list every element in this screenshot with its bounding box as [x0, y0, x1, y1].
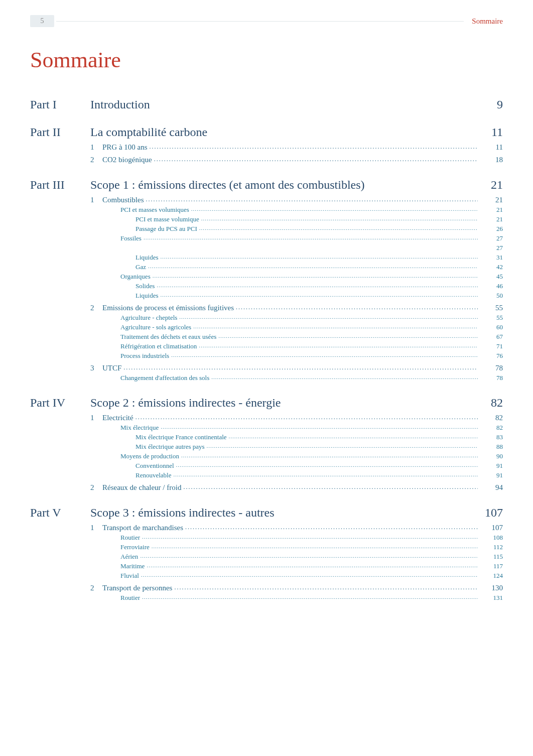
toc-part-title: La comptabilité carbone [90, 125, 478, 139]
toc-section-number: 1 [90, 196, 102, 204]
toc-section-title: UTCF [102, 364, 478, 372]
toc-subsection-title: Routier [120, 534, 478, 542]
toc-part-label: Part V [30, 506, 90, 520]
toc-section-row[interactable]: 2CO2 biogénique18 [30, 156, 503, 164]
toc-section-row[interactable]: 1Combustibles21 [30, 196, 503, 204]
toc-subsection-row[interactable]: Passage du PCS au PCI26 [30, 225, 503, 233]
toc-section-page: 107 [478, 524, 503, 532]
toc-part-label: Part IV [30, 396, 90, 410]
toc-section-page: 21 [478, 196, 503, 204]
toc-subsection-title: Mix électrique autres pays [136, 443, 478, 451]
toc-section-number: 1 [90, 414, 102, 422]
toc-subsection-page: 112 [478, 543, 503, 551]
toc-subsection-row[interactable]: Moyens de production90 [30, 452, 503, 460]
page-title: Sommaire [30, 47, 503, 73]
toc-part-page: 9 [478, 98, 503, 111]
toc-subsection-page: 46 [478, 282, 503, 290]
toc-subsection-page: 21 [478, 206, 503, 214]
toc-part-title: Scope 2 : émissions indirectes - énergie [90, 396, 478, 410]
toc-subsection-row[interactable]: Agriculture - sols agricoles60 [30, 323, 503, 331]
toc-subsection-row[interactable]: Mix électrique France continentale83 [30, 433, 503, 441]
toc-part-page: 11 [478, 125, 503, 139]
toc-subsection-row[interactable]: Process industriels76 [30, 352, 503, 360]
toc-subsection-page: 67 [478, 333, 503, 341]
toc-part-label: Part III [30, 178, 90, 192]
toc-subsection-title: Maritime [120, 562, 478, 570]
toc-subsection-row[interactable]: Réfrigération et climatisation71 [30, 342, 503, 350]
toc-section-row[interactable]: 2Réseaux de chaleur / froid94 [30, 483, 503, 492]
toc-section-row[interactable]: 1PRG à 100 ans11 [30, 143, 503, 152]
toc-subsection-row[interactable]: Fossiles27 [30, 234, 503, 242]
toc-subsection-page: 115 [478, 553, 503, 561]
toc-subsection-title: Moyens de production [120, 452, 478, 460]
toc-section-row[interactable]: 3UTCF78 [30, 364, 503, 372]
toc-section-row[interactable]: 2Transport de personnes130 [30, 584, 503, 592]
toc-subsection-page: 42 [478, 263, 503, 271]
toc-subsection-row[interactable]: Renouvelable91 [30, 471, 503, 479]
toc-section-page: 78 [478, 364, 503, 372]
toc-subsection-page: 124 [478, 572, 503, 580]
toc-subsection-row[interactable]: Ferroviaire112 [30, 543, 503, 551]
toc-section-title: Combustibles [102, 196, 478, 204]
toc-subsection-row[interactable]: Fluvial124 [30, 572, 503, 580]
toc-subsection-title: Fluvial [120, 572, 478, 580]
toc-part-row[interactable]: Part IIIScope 1 : émissions directes (et… [30, 178, 503, 192]
toc-part-row[interactable]: Part IVScope 2 : émissions indirectes - … [30, 396, 503, 410]
toc-subsection-row[interactable]: Agriculture - cheptels55 [30, 314, 503, 322]
toc-subsection-row[interactable]: Solides46 [30, 282, 503, 290]
toc-section-title: Emissions de process et émissions fugiti… [102, 304, 478, 312]
toc-part-title: Scope 3 : émissions indirectes - autres [90, 506, 478, 520]
toc-section-number: 2 [90, 584, 102, 592]
toc-subsection-row[interactable]: Traitement des déchets et eaux usées67 [30, 333, 503, 341]
toc-part-row[interactable]: Part IILa comptabilité carbone11 [30, 125, 503, 139]
header-divider [56, 21, 464, 22]
toc-subsection-title: Mix électrique France continentale [136, 433, 478, 441]
toc-subsection-title: Routier [120, 594, 478, 602]
toc-subsection-row[interactable]: Routier108 [30, 534, 503, 542]
toc-subsection-row[interactable]: Mix électrique82 [30, 424, 503, 432]
toc-subsection-page: 76 [478, 352, 503, 360]
toc-part-row[interactable]: Part VScope 3 : émissions indirectes - a… [30, 506, 503, 520]
toc-subsection-row[interactable]: PCI et masses volumiques21 [30, 206, 503, 214]
toc-section-number: 2 [90, 156, 102, 164]
toc-subsection-title: Aérien [120, 553, 478, 561]
toc-subsection-title: Process industriels [120, 352, 478, 360]
toc-subsection-row[interactable]: Aérien115 [30, 553, 503, 561]
toc-subsection-page: 131 [478, 594, 503, 602]
toc-subsection-row[interactable]: Routier131 [30, 594, 503, 602]
toc-section-title: CO2 biogénique [102, 156, 478, 164]
toc-section-number: 2 [90, 483, 102, 492]
toc-section-page: 55 [478, 304, 503, 312]
toc-section-number: 1 [90, 524, 102, 532]
toc-section-row[interactable]: 2Emissions de process et émissions fugit… [30, 304, 503, 312]
toc-section-title: Electricité [102, 414, 478, 422]
toc-section-page: 11 [478, 143, 503, 152]
toc-subsection-title: Réfrigération et climatisation [120, 342, 478, 350]
toc-subsection-title: Gaz [136, 263, 478, 271]
toc-subsection-page: 88 [478, 443, 503, 451]
toc-subsection-row[interactable]: PCI et masse volumique21 [30, 215, 503, 223]
toc-part-page: 21 [478, 178, 503, 192]
toc-subsection-row[interactable]: 27 [30, 244, 503, 252]
toc-part-page: 82 [478, 396, 503, 410]
toc-section-row[interactable]: 1Electricité82 [30, 414, 503, 422]
toc-subsection-title: Fossiles [120, 234, 478, 242]
toc-subsection-row[interactable]: Organiques45 [30, 273, 503, 281]
toc-subsection-title: Agriculture - cheptels [120, 314, 478, 322]
toc-subsection-page: 90 [478, 452, 503, 460]
toc-section-page: 130 [478, 584, 503, 592]
toc-subsection-row[interactable]: Gaz42 [30, 263, 503, 271]
toc-subsection-title: Renouvelable [136, 471, 478, 479]
toc-section-row[interactable]: 1Transport de marchandises107 [30, 524, 503, 532]
toc-part-row[interactable]: Part IIntroduction9 [30, 98, 503, 111]
toc-subsection-row[interactable]: Mix électrique autres pays88 [30, 443, 503, 451]
toc-subsection-row[interactable]: Changement d'affectation des sols78 [30, 374, 503, 382]
page-header: 5 Sommaire [30, 15, 503, 27]
toc-part-label: Part II [30, 125, 90, 139]
toc-subsection-row[interactable]: Liquides31 [30, 254, 503, 262]
toc-subsection-row[interactable]: Liquides50 [30, 292, 503, 300]
toc-subsection-page: 82 [478, 424, 503, 432]
toc-subsection-title: Ferroviaire [120, 543, 478, 551]
toc-subsection-row[interactable]: Conventionnel91 [30, 462, 503, 470]
toc-subsection-row[interactable]: Maritime117 [30, 562, 503, 570]
